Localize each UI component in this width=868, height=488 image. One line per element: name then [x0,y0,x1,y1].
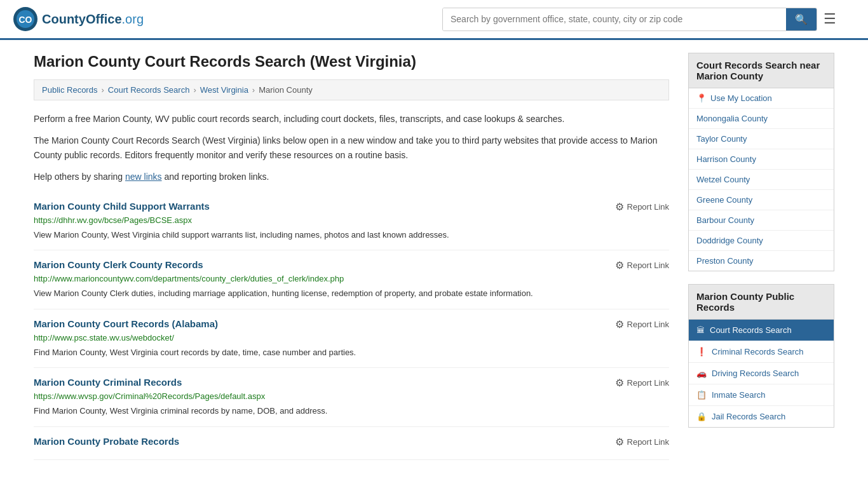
clipboard-icon: 📋 [696,390,707,400]
result-url[interactable]: http://www.psc.state.wv.us/webdocket/ [34,333,669,342]
jail-records-search-link[interactable]: 🔒 Jail Records Search [689,406,834,427]
search-input-wrap: 🔍 [442,8,817,31]
report-icon: ⚙ [615,259,624,271]
search-icon: 🔍 [795,14,808,25]
inmate-search-link[interactable]: 📋 Inmate Search [689,384,834,405]
sidebar-records-list: 🏛 Court Records Search ❗ Criminal Record… [688,320,834,428]
result-item: Marion County Clerk County Records ⚙ Rep… [34,250,669,309]
list-item: 🏛 Court Records Search [689,320,834,341]
result-title-row: Marion County Criminal Records ⚙ Report … [34,377,669,389]
page-title: Marion County Court Records Search (West… [34,53,669,71]
list-item: 🚗 Driving Records Search [689,363,834,384]
list-item: Barbour County [689,210,834,231]
breadcrumb-marion-county: Marion County [259,85,313,95]
breadcrumb-sep-1: › [101,85,104,95]
result-item: Marion County Court Records (Alabama) ⚙ … [34,309,669,369]
result-item: Marion County Child Support Warrants ⚙ R… [34,192,669,251]
greene-county-link[interactable]: Greene County [689,190,834,210]
logo-area: CO CountyOffice.org [13,6,144,32]
result-title-row: Marion County Clerk County Records ⚙ Rep… [34,259,669,271]
sidebar-public-records-section: Marion County Public Records 🏛 Court Rec… [688,284,834,428]
sidebar: Court Records Search near Marion County … [688,53,834,460]
result-title-link[interactable]: Marion County Court Records (Alabama) [34,318,218,329]
result-url[interactable]: http://www.marioncountywv.com/department… [34,274,669,283]
result-title-row: Marion County Child Support Warrants ⚙ R… [34,201,669,213]
taylor-county-link[interactable]: Taylor County [689,129,834,149]
result-title-link[interactable]: Marion County Probate Records [34,436,179,447]
report-icon: ⚙ [615,201,624,213]
breadcrumb-court-records-search[interactable]: Court Records Search [108,85,190,95]
sidebar-nearby-heading: Court Records Search near Marion County [688,53,834,88]
criminal-records-search-link[interactable]: ❗ Criminal Records Search [689,341,834,362]
harrison-county-link[interactable]: Harrison County [689,149,834,169]
description-2: The Marion County Court Records Search (… [34,133,669,162]
logo-text: CountyOffice.org [42,12,144,27]
report-icon: ⚙ [615,318,624,330]
result-title-row: Marion County Probate Records ⚙ Report L… [34,436,669,448]
list-item: 📋 Inmate Search [689,384,834,406]
monongalia-county-link[interactable]: Monongalia County [689,109,834,128]
header: CO CountyOffice.org 🔍 ☰ [0,0,868,40]
result-desc: Find Marion County, West Virginia crimin… [34,405,669,417]
lock-icon: 🔒 [696,412,707,421]
list-item: 🔒 Jail Records Search [689,406,834,427]
hamburger-menu-button[interactable]: ☰ [824,12,836,26]
report-link[interactable]: ⚙ Report Link [615,201,669,213]
description-1: Perform a free Marion County, WV public … [34,112,669,126]
report-icon: ⚙ [615,377,624,389]
report-link[interactable]: ⚙ Report Link [615,259,669,271]
court-icon: 🏛 [696,325,705,335]
barbour-county-link[interactable]: Barbour County [689,210,834,230]
report-link[interactable]: ⚙ Report Link [615,377,669,389]
report-link[interactable]: ⚙ Report Link [615,436,669,448]
report-link[interactable]: ⚙ Report Link [615,318,669,330]
result-url[interactable]: https://www.wvsp.gov/Criminal%20Records/… [34,391,669,401]
list-item: ❗ Criminal Records Search [689,341,834,363]
breadcrumb-sep-3: › [252,85,255,95]
description-3: Help others by sharing new links and rep… [34,170,669,184]
list-item: Harrison County [689,149,834,170]
list-item: Preston County [689,251,834,271]
breadcrumb-public-records[interactable]: Public Records [42,85,97,95]
main-content: Marion County Court Records Search (West… [34,53,669,460]
results-list: Marion County Child Support Warrants ⚙ R… [34,192,669,460]
result-item: Marion County Criminal Records ⚙ Report … [34,368,669,427]
driving-records-search-link[interactable]: 🚗 Driving Records Search [689,363,834,384]
car-icon: 🚗 [696,369,707,378]
list-item: Taylor County [689,129,834,149]
page-body: Marion County Court Records Search (West… [21,40,847,485]
preston-county-link[interactable]: Preston County [689,251,834,271]
result-title-link[interactable]: Marion County Child Support Warrants [34,201,210,212]
location-pin-icon: 📍 [696,93,707,103]
court-records-search-link[interactable]: 🏛 Court Records Search [689,320,834,341]
search-input[interactable] [443,8,786,30]
doddridge-county-link[interactable]: Doddridge County [689,231,834,250]
result-desc: View Marion County Clerk duties, includi… [34,287,669,300]
search-area: 🔍 ☰ [442,8,836,31]
exclamation-icon: ❗ [696,347,707,356]
list-item: Monongalia County [689,109,834,129]
search-button[interactable]: 🔍 [786,8,817,30]
logo-icon: CO [13,6,38,32]
hamburger-icon: ☰ [824,11,836,27]
list-item: Doddridge County [689,231,834,251]
result-url[interactable]: https://dhhr.wv.gov/bcse/Pages/BCSE.aspx [34,215,669,225]
result-item: Marion County Probate Records ⚙ Report L… [34,427,669,460]
result-desc: View Marion County, West Virginia child … [34,229,669,241]
sidebar-nearby-list: 📍 Use My Location Monongalia County Tayl… [688,88,834,271]
sidebar-public-records-heading: Marion County Public Records [688,284,834,320]
svg-text:CO: CO [19,15,32,25]
use-location-link[interactable]: 📍 Use My Location [689,88,834,108]
wetzel-county-link[interactable]: Wetzel County [689,170,834,189]
report-icon: ⚙ [615,436,624,448]
breadcrumb-west-virginia[interactable]: West Virginia [200,85,248,95]
breadcrumb-sep-2: › [193,85,196,95]
result-title-link[interactable]: Marion County Criminal Records [34,377,182,388]
list-item: 📍 Use My Location [689,88,834,109]
sidebar-nearby-section: Court Records Search near Marion County … [688,53,834,271]
result-title-link[interactable]: Marion County Clerk County Records [34,259,203,270]
result-desc: Find Marion County, West Virginia court … [34,346,669,359]
new-links-link[interactable]: new links [125,172,162,182]
list-item: Wetzel County [689,170,834,190]
breadcrumb: Public Records › Court Records Search › … [34,79,669,100]
